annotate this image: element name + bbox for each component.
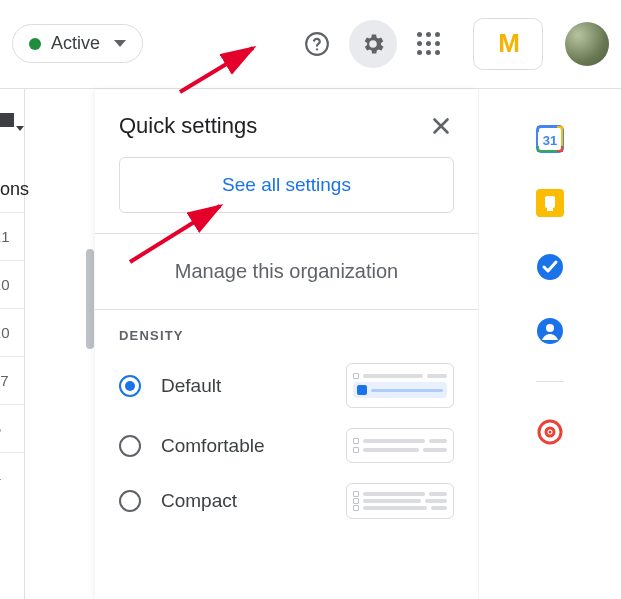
mail-row[interactable]: an 10 [0,308,24,356]
apps-grid-icon [417,32,441,56]
left-column-fragment: ons an 11 an 10 an 10 Jan 7 an 5 an 4 [0,89,25,599]
help-icon [304,31,330,57]
manage-organization-link[interactable]: Manage this organization [95,234,478,309]
quick-settings-wrapper: Quick settings See all settings Manage t… [25,89,478,599]
option-label: Compact [161,490,326,512]
m-logo-icon: M [498,28,518,59]
workspace-addon[interactable]: M [473,18,543,70]
density-option-default[interactable]: Default [95,353,478,418]
option-label: Comfortable [161,435,326,457]
mail-row[interactable]: an 4 [0,452,24,500]
svg-text:31: 31 [543,133,557,148]
density-option-compact[interactable]: Compact [95,473,478,529]
radio-unselected-icon [119,490,141,512]
density-section-label: DENSITY [95,310,478,353]
radio-unselected-icon [119,435,141,457]
mail-row[interactable]: an 10 [0,260,24,308]
keep-app-icon[interactable] [536,189,564,217]
top-bar: Active M [0,0,621,88]
close-button[interactable] [428,113,454,139]
calendar-app-icon[interactable]: 31 [536,125,564,153]
grid-icon [0,113,14,127]
svg-rect-12 [545,196,555,208]
rail-divider [536,381,564,382]
settings-button[interactable] [349,20,397,68]
help-button[interactable] [293,20,341,68]
chevron-down-icon [16,126,24,131]
density-preview-default [346,363,454,408]
status-chip[interactable]: Active [12,24,143,63]
tasks-app-icon[interactable] [536,253,564,281]
chevron-down-icon [114,40,126,47]
svg-rect-13 [547,208,553,211]
contacts-app-icon[interactable] [536,317,564,345]
mail-row[interactable]: an 11 [0,212,24,260]
status-dot-icon [29,38,41,50]
google-apps-button[interactable] [405,20,453,68]
density-option-comfortable[interactable]: Comfortable [95,418,478,473]
scrollbar[interactable] [85,249,95,599]
mail-row[interactable]: Jan 7 [0,356,24,404]
quick-settings-panel: Quick settings See all settings Manage t… [95,89,478,599]
gear-icon [360,31,386,57]
density-preview-compact [346,483,454,519]
density-preview-comfortable [346,428,454,463]
svg-point-1 [316,48,318,50]
status-label: Active [51,33,100,54]
svg-point-19 [549,431,552,434]
addon-app-icon[interactable] [536,418,564,446]
svg-point-16 [546,324,554,332]
account-avatar[interactable] [565,22,609,66]
scrollbar-thumb[interactable] [86,249,94,349]
see-all-settings-button[interactable]: See all settings [119,157,454,213]
panel-title: Quick settings [119,113,257,139]
option-label: Default [161,375,326,397]
view-toggle[interactable] [0,113,24,131]
content-area: ons an 11 an 10 an 10 Jan 7 an 5 an 4 Qu… [0,88,621,599]
mail-row[interactable]: an 5 [0,404,24,452]
side-rail: 31 [478,89,621,599]
radio-selected-icon [119,375,141,397]
tab-label-fragment: ons [0,179,24,212]
